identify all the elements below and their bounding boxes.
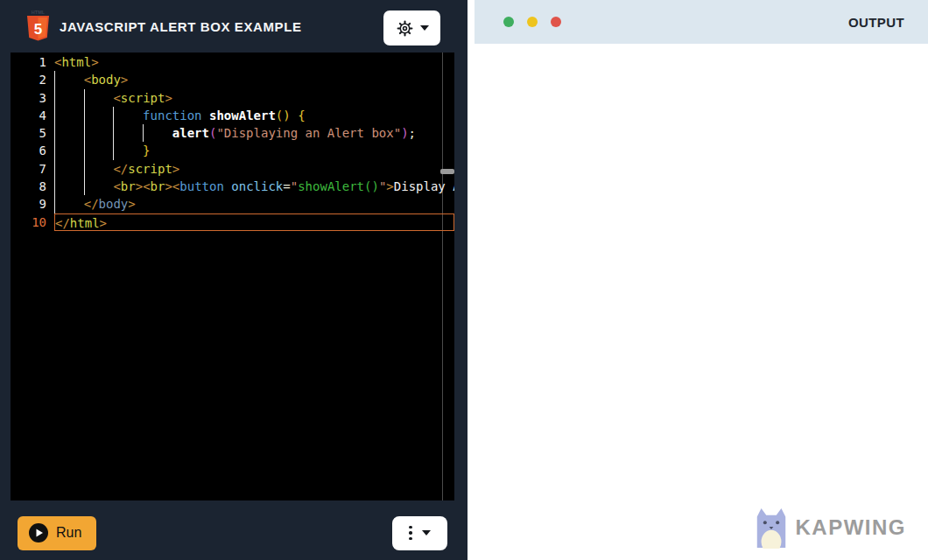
yellow-dot-icon — [527, 17, 538, 27]
run-button-label: Run — [56, 525, 81, 541]
watermark-brand: KAPWING — [796, 515, 907, 540]
line-code: } — [54, 142, 454, 159]
code-editor[interactable]: 1<html>2<body>3<script>4function showAle… — [11, 52, 454, 500]
line-number: 6 — [11, 142, 46, 159]
output-panel: OUTPUT KAPWING — [468, 0, 928, 560]
indent-guide — [84, 160, 114, 178]
indent-guide — [113, 124, 143, 142]
kapwing-cat-icon — [753, 507, 790, 549]
line-code: function showAlert() { — [54, 107, 454, 124]
more-options-button[interactable] — [392, 516, 447, 550]
editor-footer: Run — [0, 500, 468, 560]
code-line[interactable]: 1<html> — [11, 53, 454, 71]
green-dot-icon — [503, 17, 514, 27]
code-line[interactable]: 5alert("Displaying an Alert box"); — [11, 124, 454, 142]
line-code: <body> — [54, 71, 454, 88]
svg-text:5: 5 — [34, 21, 42, 38]
line-number: 3 — [11, 89, 46, 107]
code-line[interactable]: 4function showAlert() { — [11, 107, 454, 124]
code-line[interactable]: 7</script> — [11, 160, 454, 178]
run-button[interactable]: Run — [18, 516, 96, 550]
line-number: 9 — [11, 195, 46, 213]
svg-text:HTML: HTML — [32, 10, 46, 15]
indent-guide — [54, 124, 84, 142]
indent-guide — [143, 124, 172, 142]
line-number: 8 — [11, 178, 46, 195]
code-line[interactable]: 2<body> — [11, 71, 454, 88]
code-line[interactable]: 10</html> — [11, 214, 454, 231]
indent-guide — [54, 178, 84, 195]
line-number: 1 — [11, 53, 46, 71]
window-control-dots — [503, 17, 561, 27]
code-line[interactable]: 8<br><br><button onclick="showAlert()">D… — [11, 178, 454, 195]
indent-guide — [84, 89, 114, 107]
html5-logo-icon: HTML 5 — [26, 9, 50, 44]
editor-panel: HTML 5 JAVASCRIPT ALERT BOX EXAMPLE — [0, 0, 468, 560]
settings-button[interactable] — [383, 10, 440, 46]
indent-guide — [113, 142, 143, 159]
indent-guide — [84, 124, 114, 142]
indent-guide — [84, 107, 114, 124]
indent-guide — [84, 142, 114, 159]
red-dot-icon — [551, 17, 561, 27]
indent-guide — [54, 89, 84, 107]
indent-guide — [54, 71, 84, 88]
line-number: 7 — [11, 160, 46, 178]
code-line[interactable]: 6} — [11, 142, 454, 159]
output-header: OUTPUT — [475, 0, 928, 44]
indent-guide — [54, 107, 84, 124]
play-circle-icon — [29, 523, 48, 542]
line-number: 10 — [11, 214, 46, 231]
line-number: 4 — [11, 107, 46, 124]
line-code: <br><br><button onclick="showAlert()">Di… — [54, 178, 454, 195]
chevron-down-icon — [422, 530, 431, 536]
line-code: </html> — [54, 214, 454, 231]
gear-icon — [396, 19, 414, 38]
kebab-menu-icon — [409, 526, 412, 541]
app-window: HTML 5 JAVASCRIPT ALERT BOX EXAMPLE — [0, 0, 928, 560]
indent-guide — [54, 195, 84, 213]
indent-guide — [84, 178, 114, 195]
line-code: <html> — [54, 53, 454, 71]
chevron-down-icon — [420, 25, 429, 31]
output-content — [468, 44, 928, 560]
output-header-label: OUTPUT — [848, 15, 904, 30]
code-line[interactable]: 9</body> — [11, 195, 454, 213]
code-area: 1<html>2<body>3<script>4function showAle… — [11, 53, 454, 231]
line-code: </script> — [54, 160, 454, 178]
line-code: <script> — [54, 89, 454, 107]
code-line[interactable]: 3<script> — [11, 89, 454, 107]
indent-guide — [54, 142, 84, 159]
line-code: </body> — [54, 195, 454, 213]
indent-guide — [113, 107, 143, 124]
line-number: 5 — [11, 124, 46, 142]
editor-header: HTML 5 JAVASCRIPT ALERT BOX EXAMPLE — [0, 0, 468, 52]
line-number: 2 — [11, 71, 46, 88]
indent-guide — [54, 160, 84, 178]
line-code: alert("Displaying an Alert box"); — [54, 124, 454, 142]
page-title: JAVASCRIPT ALERT BOX EXAMPLE — [60, 19, 302, 34]
watermark: KAPWING — [753, 507, 907, 549]
